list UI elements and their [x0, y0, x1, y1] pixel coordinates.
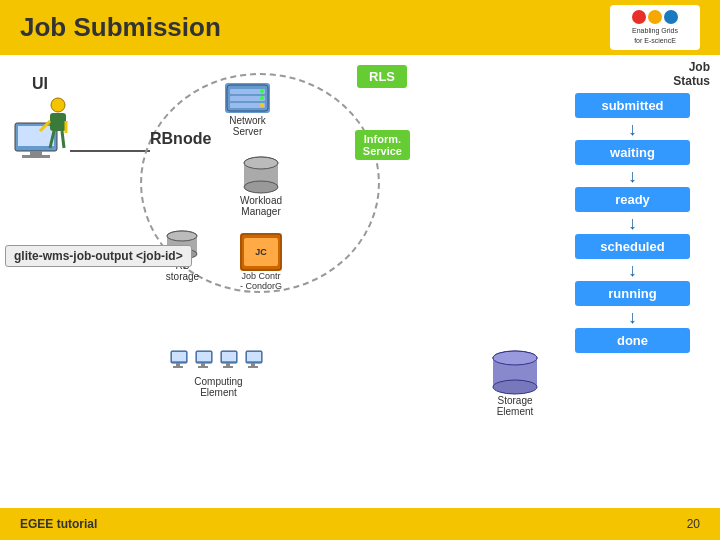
person-icon: [10, 93, 70, 163]
job-status-title: Job Status: [575, 60, 710, 88]
status-running: running: [575, 281, 690, 306]
connection-line: [70, 150, 150, 152]
svg-rect-35: [198, 366, 208, 368]
main-content: UI RBnode: [0, 55, 720, 515]
svg-point-14: [260, 89, 264, 93]
svg-rect-2: [30, 151, 42, 155]
status-done: done: [575, 328, 690, 353]
svg-point-19: [244, 181, 278, 193]
svg-rect-5: [50, 113, 66, 131]
storage-large-icon: [490, 350, 540, 395]
svg-rect-12: [230, 96, 265, 101]
storage-element: Storage Element: [490, 350, 540, 417]
svg-rect-29: [172, 352, 186, 361]
rb-label: RBnode: [150, 130, 211, 148]
svg-rect-3: [22, 155, 50, 158]
glite-command: glite-wms-job-output <job-id>: [5, 245, 192, 267]
arrow-1: ↓: [575, 120, 690, 138]
status-scheduled: scheduled: [575, 234, 690, 259]
svg-rect-39: [223, 366, 233, 368]
svg-rect-42: [251, 363, 255, 366]
header: Job Submission Enabling Gridsfor E-scien…: [0, 0, 720, 55]
cylinder-icon: [242, 155, 280, 195]
computing-label: Computing Element: [194, 376, 242, 398]
arrow-3: ↓: [575, 214, 690, 232]
svg-point-15: [260, 96, 264, 100]
svg-rect-38: [226, 363, 230, 366]
server-icon: [225, 83, 270, 113]
job-controller: JC Job Contr - CondorG: [240, 233, 282, 291]
footer-left: EGEE tutorial: [20, 517, 97, 531]
svg-rect-43: [248, 366, 258, 368]
arrow-5: ↓: [575, 308, 690, 326]
inform-service: Inform. Service: [355, 130, 410, 160]
svg-point-46: [493, 380, 537, 394]
svg-point-20: [244, 157, 278, 169]
svg-rect-31: [173, 366, 183, 368]
svg-rect-41: [247, 352, 261, 361]
svg-point-47: [493, 351, 537, 365]
job-status-panel: Job Status submitted ↓ waiting ↓ ready ↓…: [565, 55, 720, 515]
svg-text:JC: JC: [255, 247, 267, 257]
arrow-4: ↓: [575, 261, 690, 279]
job-ctrl-label: Job Contr - CondorG: [240, 271, 282, 291]
egee-logo: Enabling Gridsfor E-sciencE: [610, 5, 700, 50]
svg-rect-33: [197, 352, 211, 361]
footer-page: 20: [687, 517, 700, 531]
status-submitted: submitted: [575, 93, 690, 118]
page-title: Job Submission: [20, 12, 221, 43]
ui-label: UI: [32, 75, 48, 93]
svg-line-9: [62, 131, 64, 148]
arrow-2: ↓: [575, 167, 690, 185]
svg-rect-37: [222, 352, 236, 361]
diagram-area: UI RBnode: [0, 55, 565, 515]
svg-point-24: [167, 231, 197, 241]
status-waiting: waiting: [575, 140, 690, 165]
svg-rect-30: [176, 363, 180, 366]
network-server: Network Server: [225, 83, 270, 137]
svg-rect-13: [230, 103, 265, 108]
svg-point-16: [260, 103, 264, 107]
footer: EGEE tutorial 20: [0, 508, 720, 540]
computer-icons: [170, 350, 267, 372]
svg-rect-34: [201, 363, 205, 366]
inform-service-label: Inform. Service: [355, 130, 410, 160]
logo-text: Enabling Gridsfor E-sciencE: [632, 26, 678, 44]
workload-manager: Workload Manager: [240, 155, 282, 217]
svg-rect-11: [230, 89, 265, 94]
storage-label: Storage Element: [497, 395, 534, 417]
svg-rect-1: [18, 126, 54, 146]
ui-figure: UI: [10, 75, 70, 163]
status-ready: ready: [575, 187, 690, 212]
computing-element: Computing Element: [170, 350, 267, 398]
job-ctrl-icon: JC: [240, 233, 282, 271]
rls-box: RLS: [357, 65, 407, 88]
workload-manager-label: Workload Manager: [240, 195, 282, 217]
svg-point-4: [51, 98, 65, 112]
network-server-label: Network Server: [229, 115, 266, 137]
